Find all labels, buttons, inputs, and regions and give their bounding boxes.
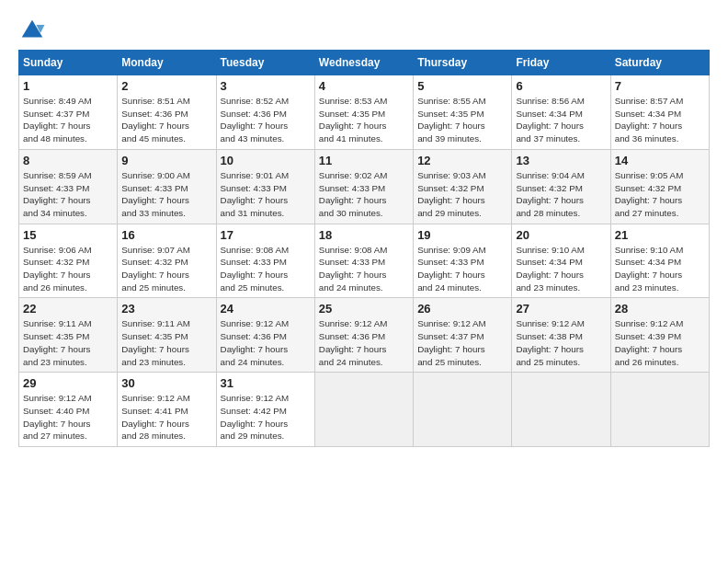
day-number: 19 — [417, 228, 507, 242]
calendar-cell: 11Sunrise: 9:02 AM Sunset: 4:33 PM Dayli… — [314, 149, 413, 224]
calendar-cell — [414, 373, 512, 447]
header-day-monday: Monday — [118, 51, 216, 75]
day-info: Sunrise: 8:57 AM Sunset: 4:34 PM Dayligh… — [615, 95, 705, 145]
calendar-cell: 1Sunrise: 8:49 AM Sunset: 4:37 PM Daylig… — [19, 75, 118, 150]
day-info: Sunrise: 9:00 AM Sunset: 4:33 PM Dayligh… — [121, 169, 211, 220]
calendar-cell: 25Sunrise: 9:12 AM Sunset: 4:36 PM Dayli… — [314, 298, 413, 373]
calendar-cell: 24Sunrise: 9:12 AM Sunset: 4:36 PM Dayli… — [216, 298, 314, 373]
calendar-cell: 12Sunrise: 9:03 AM Sunset: 4:32 PM Dayli… — [414, 149, 512, 224]
logo — [18, 17, 50, 44]
day-info: Sunrise: 8:52 AM Sunset: 4:36 PM Dayligh… — [221, 95, 311, 145]
day-number: 14 — [615, 154, 705, 167]
header-day-tuesday: Tuesday — [216, 51, 314, 75]
day-number: 3 — [221, 79, 311, 93]
day-number: 13 — [516, 154, 606, 167]
day-number: 10 — [221, 154, 311, 167]
calendar-cell: 29Sunrise: 9:12 AM Sunset: 4:40 PM Dayli… — [19, 373, 118, 447]
calendar-cell: 4Sunrise: 8:53 AM Sunset: 4:35 PM Daylig… — [314, 75, 413, 150]
day-info: Sunrise: 9:12 AM Sunset: 4:37 PM Dayligh… — [417, 317, 507, 368]
calendar-cell: 5Sunrise: 8:55 AM Sunset: 4:35 PM Daylig… — [414, 75, 512, 150]
day-info: Sunrise: 9:05 AM Sunset: 4:32 PM Dayligh… — [615, 169, 705, 220]
day-number: 1 — [23, 79, 113, 93]
day-number: 7 — [615, 79, 705, 93]
calendar-cell: 9Sunrise: 9:00 AM Sunset: 4:33 PM Daylig… — [118, 149, 216, 224]
day-number: 24 — [221, 302, 311, 316]
calendar-week-4: 22Sunrise: 9:11 AM Sunset: 4:35 PM Dayli… — [19, 298, 710, 373]
day-number: 9 — [121, 154, 211, 167]
day-info: Sunrise: 9:08 AM Sunset: 4:33 PM Dayligh… — [221, 244, 311, 294]
day-info: Sunrise: 9:10 AM Sunset: 4:34 PM Dayligh… — [615, 244, 705, 294]
day-number: 18 — [319, 228, 409, 242]
calendar-week-2: 8Sunrise: 8:59 AM Sunset: 4:33 PM Daylig… — [19, 149, 710, 224]
calendar-cell: 17Sunrise: 9:08 AM Sunset: 4:33 PM Dayli… — [216, 224, 314, 298]
day-number: 8 — [23, 154, 113, 167]
calendar-cell: 26Sunrise: 9:12 AM Sunset: 4:37 PM Dayli… — [414, 298, 512, 373]
calendar-cell — [610, 373, 709, 447]
calendar-week-1: 1Sunrise: 8:49 AM Sunset: 4:37 PM Daylig… — [19, 75, 710, 150]
day-number: 27 — [516, 302, 606, 316]
main-container: SundayMondayTuesdayWednesdayThursdayFrid… — [0, 0, 728, 456]
header-day-friday: Friday — [512, 51, 610, 75]
day-number: 30 — [121, 376, 211, 390]
day-info: Sunrise: 9:12 AM Sunset: 4:36 PM Dayligh… — [221, 317, 311, 368]
day-info: Sunrise: 8:59 AM Sunset: 4:33 PM Dayligh… — [23, 169, 113, 220]
calendar-week-3: 15Sunrise: 9:06 AM Sunset: 4:32 PM Dayli… — [19, 224, 710, 298]
calendar-cell: 30Sunrise: 9:12 AM Sunset: 4:41 PM Dayli… — [118, 373, 216, 447]
calendar-cell: 31Sunrise: 9:12 AM Sunset: 4:42 PM Dayli… — [216, 373, 314, 447]
day-info: Sunrise: 9:04 AM Sunset: 4:32 PM Dayligh… — [516, 169, 606, 220]
header-day-sunday: Sunday — [19, 51, 118, 75]
day-info: Sunrise: 9:12 AM Sunset: 4:41 PM Dayligh… — [121, 392, 211, 442]
header-day-wednesday: Wednesday — [314, 51, 413, 75]
day-info: Sunrise: 9:12 AM Sunset: 4:36 PM Dayligh… — [319, 317, 409, 368]
day-number: 26 — [417, 302, 507, 316]
day-info: Sunrise: 9:11 AM Sunset: 4:35 PM Dayligh… — [121, 317, 211, 368]
day-number: 15 — [23, 228, 113, 242]
calendar-cell — [314, 373, 413, 447]
calendar-cell: 8Sunrise: 8:59 AM Sunset: 4:33 PM Daylig… — [19, 149, 118, 224]
day-info: Sunrise: 9:09 AM Sunset: 4:33 PM Dayligh… — [417, 244, 507, 294]
calendar-cell: 23Sunrise: 9:11 AM Sunset: 4:35 PM Dayli… — [118, 298, 216, 373]
day-number: 11 — [319, 154, 409, 167]
day-info: Sunrise: 9:07 AM Sunset: 4:32 PM Dayligh… — [121, 244, 211, 294]
calendar-cell: 7Sunrise: 8:57 AM Sunset: 4:34 PM Daylig… — [610, 75, 709, 150]
day-number: 12 — [417, 154, 507, 167]
day-number: 21 — [615, 228, 705, 242]
day-number: 25 — [319, 302, 409, 316]
calendar-cell: 15Sunrise: 9:06 AM Sunset: 4:32 PM Dayli… — [19, 224, 118, 298]
calendar-header: SundayMondayTuesdayWednesdayThursdayFrid… — [19, 51, 710, 75]
day-number: 23 — [121, 302, 211, 316]
calendar-cell: 27Sunrise: 9:12 AM Sunset: 4:38 PM Dayli… — [512, 298, 610, 373]
logo-icon — [18, 17, 46, 44]
calendar-cell: 3Sunrise: 8:52 AM Sunset: 4:36 PM Daylig… — [216, 75, 314, 150]
calendar-cell: 28Sunrise: 9:12 AM Sunset: 4:39 PM Dayli… — [610, 298, 709, 373]
day-number: 17 — [221, 228, 311, 242]
day-info: Sunrise: 9:12 AM Sunset: 4:38 PM Dayligh… — [516, 317, 606, 368]
day-number: 20 — [516, 228, 606, 242]
day-info: Sunrise: 8:51 AM Sunset: 4:36 PM Dayligh… — [121, 95, 211, 145]
day-info: Sunrise: 9:02 AM Sunset: 4:33 PM Dayligh… — [319, 169, 409, 220]
day-number: 5 — [417, 79, 507, 93]
calendar-cell: 20Sunrise: 9:10 AM Sunset: 4:34 PM Dayli… — [512, 224, 610, 298]
day-info: Sunrise: 9:08 AM Sunset: 4:33 PM Dayligh… — [319, 244, 409, 294]
calendar-cell: 2Sunrise: 8:51 AM Sunset: 4:36 PM Daylig… — [118, 75, 216, 150]
day-info: Sunrise: 9:10 AM Sunset: 4:34 PM Dayligh… — [516, 244, 606, 294]
day-number: 16 — [121, 228, 211, 242]
day-info: Sunrise: 9:06 AM Sunset: 4:32 PM Dayligh… — [23, 244, 113, 294]
day-number: 6 — [516, 79, 606, 93]
calendar-cell: 10Sunrise: 9:01 AM Sunset: 4:33 PM Dayli… — [216, 149, 314, 224]
calendar-cell: 19Sunrise: 9:09 AM Sunset: 4:33 PM Dayli… — [414, 224, 512, 298]
calendar-cell: 22Sunrise: 9:11 AM Sunset: 4:35 PM Dayli… — [19, 298, 118, 373]
day-info: Sunrise: 9:12 AM Sunset: 4:39 PM Dayligh… — [615, 317, 705, 368]
day-info: Sunrise: 9:12 AM Sunset: 4:42 PM Dayligh… — [221, 392, 311, 442]
day-info: Sunrise: 8:53 AM Sunset: 4:35 PM Dayligh… — [319, 95, 409, 145]
day-number: 4 — [319, 79, 409, 93]
day-number: 22 — [23, 302, 113, 316]
calendar-table: SundayMondayTuesdayWednesdayThursdayFrid… — [18, 50, 710, 447]
calendar-cell: 16Sunrise: 9:07 AM Sunset: 4:32 PM Dayli… — [118, 224, 216, 298]
calendar-cell: 13Sunrise: 9:04 AM Sunset: 4:32 PM Dayli… — [512, 149, 610, 224]
day-info: Sunrise: 9:03 AM Sunset: 4:32 PM Dayligh… — [417, 169, 507, 220]
header-row-days: SundayMondayTuesdayWednesdayThursdayFrid… — [19, 51, 710, 75]
calendar-cell: 6Sunrise: 8:56 AM Sunset: 4:34 PM Daylig… — [512, 75, 610, 150]
day-number: 28 — [615, 302, 705, 316]
day-number: 29 — [23, 376, 113, 390]
